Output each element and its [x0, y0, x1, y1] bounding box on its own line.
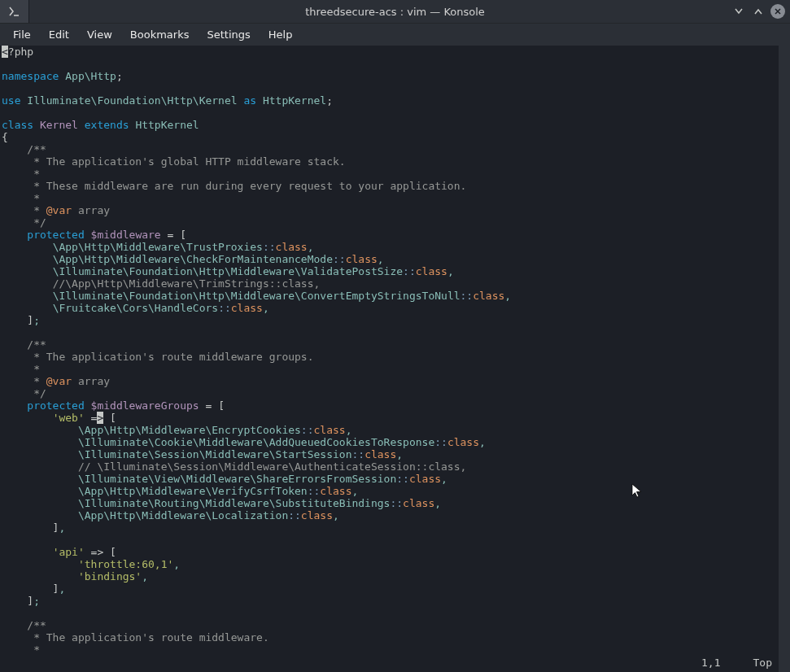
code-line: {: [2, 131, 777, 143]
code-line: * These middleware are run during every …: [2, 180, 777, 192]
code-line: 'web' => [: [2, 412, 777, 424]
code-line: [2, 58, 777, 70]
menu-view[interactable]: View: [79, 25, 120, 44]
code-line: <?php: [2, 46, 777, 58]
code-line: [2, 82, 777, 94]
code-line: [2, 107, 777, 119]
code-line: *: [2, 192, 777, 204]
vim-status-line: 1,1 Top: [701, 657, 772, 669]
code-line: ],: [2, 583, 777, 595]
code-line: ];: [2, 314, 777, 326]
menu-bookmarks[interactable]: Bookmarks: [122, 25, 198, 44]
menu-settings[interactable]: Settings: [199, 25, 258, 44]
vim-cursor-position: 1,1: [701, 657, 720, 669]
code-line: */: [2, 387, 777, 399]
code-line: 'api' => [: [2, 546, 777, 558]
code-line: \Fruitcake\Cors\HandleCors::class,: [2, 302, 777, 314]
code-line: /**: [2, 619, 777, 631]
code-line: * @var array: [2, 375, 777, 387]
code-line: [2, 326, 777, 338]
code-line: * @var array: [2, 204, 777, 216]
code-line: protected $middleware = [: [2, 229, 777, 241]
code-line: 'bindings',: [2, 570, 777, 583]
code-line: use Illuminate\Foundation\Http\Kernel as…: [2, 94, 777, 107]
minimize-button[interactable]: [731, 4, 746, 19]
menu-bar: File Edit View Bookmarks Settings Help: [0, 23, 790, 46]
code-line: \Illuminate\Session\Middleware\StartSess…: [2, 448, 777, 460]
code-line: \Illuminate\Routing\Middleware\Substitut…: [2, 497, 777, 509]
maximize-button[interactable]: [751, 4, 766, 19]
vim-scroll-position: Top: [753, 657, 772, 669]
menu-help[interactable]: Help: [260, 25, 301, 44]
code-line: *: [2, 363, 777, 375]
code-line: 'throttle:60,1',: [2, 558, 777, 570]
code-line: \Illuminate\Cookie\Middleware\AddQueuedC…: [2, 436, 777, 448]
code-line: [2, 607, 777, 619]
code-line: class Kernel extends HttpKernel: [2, 119, 777, 131]
code-line: * The application's global HTTP middlewa…: [2, 155, 777, 168]
code-line: * The application's route middleware gro…: [2, 351, 777, 363]
code-line: \App\Http\Middleware\TrustProxies::class…: [2, 241, 777, 253]
window-titlebar: threedsecure-acs : vim — Konsole: [0, 0, 790, 23]
code-line: \Illuminate\Foundation\Http\Middleware\V…: [2, 265, 777, 277]
code-line: //\App\Http\Middleware\TrimStrings::clas…: [2, 277, 777, 290]
code-line: *: [2, 168, 777, 180]
code-line: * The application's route middleware.: [2, 631, 777, 644]
code-line: \Illuminate\View\Middleware\ShareErrorsF…: [2, 473, 777, 485]
code-line: \App\Http\Middleware\EncryptCookies::cla…: [2, 424, 777, 436]
code-line: */: [2, 216, 777, 229]
code-line: /**: [2, 143, 777, 155]
terminal-scrollbar[interactable]: [779, 46, 790, 672]
menu-edit[interactable]: Edit: [41, 25, 77, 44]
code-line: \App\Http\Middleware\Localization::class…: [2, 509, 777, 521]
app-icon: [0, 0, 29, 23]
close-button[interactable]: [770, 4, 785, 19]
code-line: ];: [2, 595, 777, 607]
window-title: threedsecure-acs : vim — Konsole: [0, 6, 790, 18]
terminal-viewport[interactable]: <?php namespace App\Http; use Illuminate…: [0, 46, 779, 672]
code-line: protected $middlewareGroups = [: [2, 399, 777, 412]
code-line: \Illuminate\Foundation\Http\Middleware\C…: [2, 290, 777, 302]
code-line: [2, 534, 777, 546]
code-line: /**: [2, 338, 777, 351]
code-line: \App\Http\Middleware\VerifyCsrfToken::cl…: [2, 485, 777, 497]
code-line: ],: [2, 521, 777, 534]
code-line: *: [2, 644, 777, 656]
code-line: // \Illuminate\Session\Middleware\Authen…: [2, 460, 777, 473]
menu-file[interactable]: File: [5, 25, 39, 44]
code-line: namespace App\Http;: [2, 70, 777, 82]
code-line: \App\Http\Middleware\CheckForMaintenance…: [2, 253, 777, 265]
